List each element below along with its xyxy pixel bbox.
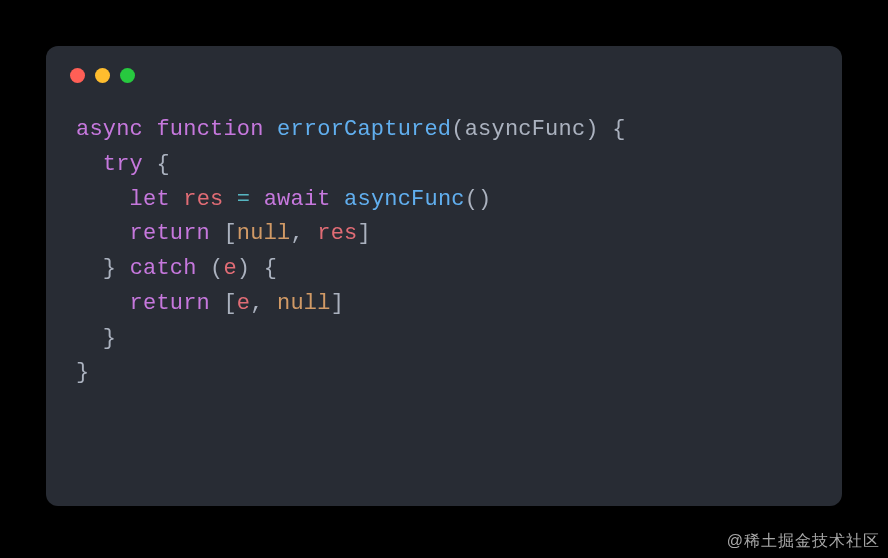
code-token [76,291,130,316]
code-token: return [130,291,210,316]
zoom-icon [120,68,135,83]
minimize-icon [95,68,110,83]
code-block: async function errorCaptured(asyncFunc) … [46,83,842,411]
code-token [223,187,236,212]
code-token: = [237,187,250,212]
code-token: e [237,291,250,316]
code-token: ] [331,291,344,316]
close-icon [70,68,85,83]
code-token [76,256,103,281]
code-token: { [156,152,169,177]
code-token [76,221,130,246]
code-token [143,152,156,177]
code-token: res [317,221,357,246]
code-token [76,187,130,212]
code-token: () [465,187,492,212]
code-token: , [290,221,317,246]
code-token: ) [237,256,250,281]
code-token: null [237,221,291,246]
code-token: } [76,360,89,385]
code-token: function [156,117,263,142]
code-token: await [264,187,331,212]
code-token: , [250,291,277,316]
code-token: } [103,256,116,281]
code-token: ) [585,117,598,142]
code-token: [ [223,291,236,316]
watermark-text: @稀土掘金技术社区 [727,531,880,552]
code-token: } [103,326,116,351]
code-token [599,117,612,142]
code-token [143,117,156,142]
code-token [210,291,223,316]
code-token: res [183,187,223,212]
code-token [331,187,344,212]
code-token: asyncFunc [465,117,586,142]
code-token [76,152,103,177]
code-token [210,221,223,246]
code-token: null [277,291,331,316]
code-token: e [223,256,236,281]
code-token: return [130,221,210,246]
code-token: ( [451,117,464,142]
code-token: asyncFunc [344,187,465,212]
code-token [76,326,103,351]
code-window: async function errorCaptured(asyncFunc) … [46,46,842,506]
code-token: let [130,187,170,212]
code-token: errorCaptured [277,117,451,142]
code-token: ( [210,256,223,281]
code-token: ] [357,221,370,246]
code-token [197,256,210,281]
code-token: [ [223,221,236,246]
code-token: catch [130,256,197,281]
code-token [250,256,263,281]
code-token: async [76,117,143,142]
window-titlebar [46,46,842,83]
code-token [264,117,277,142]
code-token [250,187,263,212]
code-token [116,256,129,281]
code-token [170,187,183,212]
code-token: { [612,117,625,142]
code-token: { [264,256,277,281]
code-token: try [103,152,143,177]
